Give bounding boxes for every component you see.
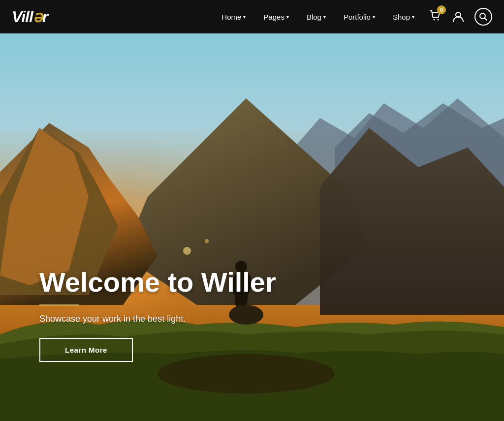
logo[interactable]: Villər (12, 7, 48, 26)
search-icon (479, 12, 488, 21)
cart-badge: 0 (437, 5, 446, 14)
search-button[interactable] (474, 8, 492, 26)
navbar: Villər Home ▾ Pages ▾ Blog ▾ Portfolio ▾ (0, 0, 504, 33)
logo-text-end: r (42, 8, 48, 26)
hero-content: Welcome to Willer Showcase your work in … (39, 267, 276, 362)
svg-point-23 (438, 19, 439, 21)
svg-point-20 (183, 247, 191, 255)
nav-link-blog[interactable]: Blog ▾ (300, 9, 333, 25)
chevron-icon: ▾ (412, 14, 414, 20)
chevron-icon: ▾ (373, 14, 375, 20)
nav-item-portfolio[interactable]: Portfolio ▾ (337, 9, 382, 25)
learn-more-button[interactable]: Learn More (39, 338, 133, 362)
nav-item-pages[interactable]: Pages ▾ (256, 9, 296, 25)
user-button[interactable] (452, 10, 465, 23)
logo-text-start: Vill (12, 8, 33, 26)
nav-link-portfolio[interactable]: Portfolio ▾ (337, 9, 382, 25)
nav-link-home[interactable]: Home ▾ (215, 9, 252, 25)
chevron-icon: ▾ (323, 14, 326, 20)
hero-subtitle: Showcase your work in the best light. (39, 314, 276, 324)
svg-point-22 (434, 19, 435, 21)
logo-highlight: ə (33, 7, 42, 26)
svg-line-26 (485, 18, 487, 21)
nav-link-shop[interactable]: Shop ▾ (386, 9, 421, 25)
nav-links: Home ▾ Pages ▾ Blog ▾ Portfolio ▾ Shop (215, 9, 421, 25)
svg-point-21 (205, 239, 209, 243)
nav-item-home[interactable]: Home ▾ (215, 9, 252, 25)
nav-icons: 0 (429, 8, 492, 26)
nav-link-pages[interactable]: Pages ▾ (256, 9, 296, 25)
hero-title: Welcome to Willer (39, 267, 276, 298)
hero-divider (39, 304, 79, 306)
nav-item-shop[interactable]: Shop ▾ (386, 9, 421, 25)
hero-section: Welcome to Willer Showcase your work in … (0, 0, 504, 421)
user-icon (452, 10, 465, 23)
nav-item-blog[interactable]: Blog ▾ (300, 9, 333, 25)
chevron-icon: ▾ (286, 14, 289, 20)
cart-button[interactable]: 0 (429, 9, 442, 24)
chevron-icon: ▾ (243, 14, 246, 20)
